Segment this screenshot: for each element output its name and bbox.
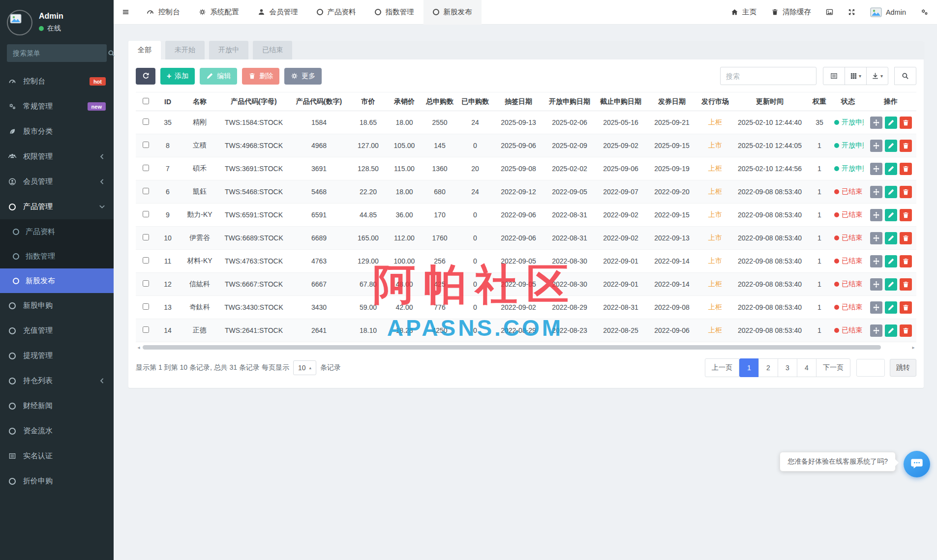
market-link[interactable]: 上柜 [708, 164, 722, 172]
delete-row-button[interactable] [900, 140, 912, 152]
toggle-view-button[interactable] [823, 67, 845, 85]
delete-row-button[interactable] [900, 301, 912, 314]
market-link[interactable]: 上柜 [708, 303, 722, 311]
market-link[interactable]: 上柜 [708, 187, 722, 195]
scrollbar-thumb[interactable] [143, 345, 881, 350]
sidebar-item-member[interactable]: 会员管理 [0, 169, 114, 194]
edit-row-button[interactable] [885, 255, 897, 267]
drag-row-button[interactable] [870, 232, 882, 244]
page-button-3[interactable]: 3 [778, 358, 797, 377]
prev-page-button[interactable]: 上一页 [705, 358, 739, 377]
edit-row-button[interactable] [885, 324, 897, 337]
status-badge[interactable]: 开放申购中 [834, 118, 864, 127]
sidebar-item-finance-news[interactable]: 财经新闻 [0, 393, 114, 418]
sidebar-item-fund-flow[interactable]: 资金流水 [0, 418, 114, 443]
row-checkbox[interactable] [143, 257, 149, 264]
select-all-checkbox[interactable] [143, 98, 149, 104]
sidebar-item-product-info[interactable]: 产品资料 [0, 219, 114, 244]
status-badge[interactable]: 已结束 [834, 234, 862, 242]
delete-row-button[interactable] [900, 209, 912, 221]
topnav-item-system-config[interactable]: 系统配置 [189, 0, 248, 25]
jump-button[interactable]: 跳转 [890, 359, 916, 377]
sidebar-search-input[interactable] [7, 49, 108, 57]
edit-row-button[interactable] [885, 117, 897, 129]
refresh-button[interactable] [136, 68, 155, 85]
row-checkbox[interactable] [143, 234, 149, 240]
market-link[interactable]: 上柜 [708, 326, 722, 334]
delete-row-button[interactable] [900, 324, 912, 337]
topnav-item-dashboard[interactable]: 控制台 [137, 0, 189, 25]
jump-page-input[interactable] [856, 359, 885, 377]
market-link[interactable]: 上市 [708, 234, 722, 241]
columns-button[interactable]: ▾ [845, 67, 867, 85]
sidebar-item-product[interactable]: 产品管理 [0, 194, 114, 219]
drag-row-button[interactable] [870, 209, 882, 221]
sidebar-item-withdraw[interactable]: 提现管理 [0, 343, 114, 368]
tab-open[interactable]: 开放中 [209, 41, 248, 59]
edit-row-button[interactable] [885, 232, 897, 244]
row-checkbox[interactable] [143, 303, 149, 310]
status-badge[interactable]: 已结束 [834, 326, 862, 335]
sidebar-item-ipo-subscribe[interactable]: 新股申购 [0, 293, 114, 318]
tab-not-started[interactable]: 未开始 [165, 41, 205, 59]
market-link[interactable]: 上柜 [708, 118, 722, 126]
drag-row-button[interactable] [870, 163, 882, 175]
edit-row-button[interactable] [885, 186, 897, 198]
scroll-right-icon[interactable]: ▸ [910, 345, 916, 351]
delete-row-button[interactable] [900, 278, 912, 291]
delete-row-button[interactable] [900, 117, 912, 129]
sidebar-toggle-button[interactable] [114, 0, 137, 25]
page-button-1[interactable]: 1 [739, 358, 759, 377]
edit-row-button[interactable] [885, 301, 897, 314]
settings-button[interactable] [921, 8, 928, 16]
topnav-item-ipo-publish[interactable]: 新股发布 [423, 0, 482, 25]
edit-button[interactable]: 编辑 [200, 68, 237, 85]
row-checkbox[interactable] [143, 142, 149, 148]
status-badge[interactable]: 已结束 [834, 303, 862, 312]
sidebar-item-realname-auth[interactable]: 实名认证 [0, 443, 114, 469]
sidebar-item-permission[interactable]: 权限管理 [0, 144, 114, 169]
drag-row-button[interactable] [870, 117, 882, 129]
drag-row-button[interactable] [870, 324, 882, 337]
page-button-4[interactable]: 4 [797, 358, 816, 377]
language-button[interactable] [826, 8, 833, 16]
sidebar-item-dashboard[interactable]: 控制台hot [0, 69, 114, 94]
drag-row-button[interactable] [870, 255, 882, 267]
row-checkbox[interactable] [143, 165, 149, 171]
next-page-button[interactable]: 下一页 [816, 358, 850, 377]
home-button[interactable]: 主页 [731, 7, 756, 17]
status-badge[interactable]: 开放申购中 [834, 141, 864, 150]
sidebar-item-stock-category[interactable]: 股市分类 [0, 119, 114, 144]
status-badge[interactable]: 已结束 [834, 257, 862, 265]
status-badge[interactable]: 已结束 [834, 187, 862, 196]
delete-button[interactable]: 删除 [242, 68, 279, 85]
search-toggle-button[interactable] [894, 67, 916, 85]
topnav-item-member[interactable]: 会员管理 [248, 0, 307, 25]
tab-ended[interactable]: 已结束 [253, 41, 292, 59]
tab-all[interactable]: 全部 [128, 41, 161, 59]
page-button-2[interactable]: 2 [758, 358, 778, 377]
status-badge[interactable]: 已结束 [834, 280, 862, 289]
market-link[interactable]: 上市 [708, 257, 722, 265]
sidebar-item-position-list[interactable]: 持仓列表 [0, 368, 114, 393]
row-checkbox[interactable] [143, 118, 149, 125]
sidebar-item-recharge[interactable]: 充值管理 [0, 318, 114, 343]
sidebar-search-button[interactable] [108, 44, 115, 62]
drag-row-button[interactable] [870, 301, 882, 314]
drag-row-button[interactable] [870, 186, 882, 198]
export-button[interactable]: ▾ [866, 67, 888, 85]
table-search-input[interactable] [720, 67, 816, 85]
status-badge[interactable]: 已结束 [834, 210, 862, 219]
row-checkbox[interactable] [143, 326, 149, 333]
drag-row-button[interactable] [870, 140, 882, 152]
add-button[interactable]: +添加 [160, 68, 195, 85]
sidebar-item-index-manage[interactable]: 指数管理 [0, 244, 114, 268]
status-badge[interactable]: 开放申购中 [834, 164, 864, 173]
page-size-select[interactable]: 10 ▴ [293, 360, 316, 375]
sidebar-item-general[interactable]: 常规管理new [0, 94, 114, 119]
delete-row-button[interactable] [900, 255, 912, 267]
edit-row-button[interactable] [885, 209, 897, 221]
topnav-item-index-manage[interactable]: 指数管理 [365, 0, 423, 25]
drag-row-button[interactable] [870, 278, 882, 291]
edit-row-button[interactable] [885, 163, 897, 175]
